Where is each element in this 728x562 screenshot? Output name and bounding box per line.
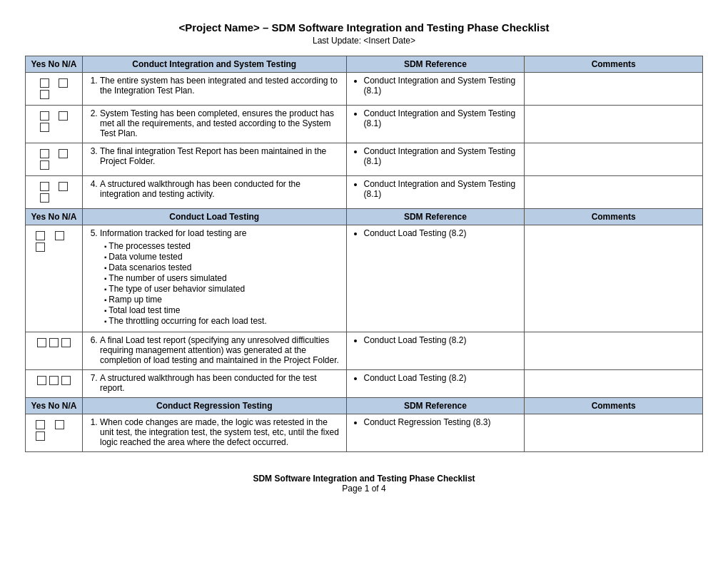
sdm-text: Conduct Integration and System Testing (… xyxy=(364,146,520,166)
comments-cell xyxy=(525,370,703,398)
checkbox-group xyxy=(30,373,78,388)
sdm-text: Conduct Integration and System Testing (… xyxy=(364,108,520,128)
section3-header-yesno: Yes No N/A xyxy=(26,398,83,414)
checkbox-yes[interactable] xyxy=(40,149,49,158)
task-cell: The final integration Test Report has be… xyxy=(82,143,346,176)
task-text: A structured walkthrough has been conduc… xyxy=(100,373,342,393)
footer: SDM Software Integration and Testing Pha… xyxy=(253,474,475,494)
comments-cell xyxy=(525,332,703,370)
sdm-cell: Conduct Load Testing (8.2) xyxy=(346,332,525,370)
footer-title: SDM Software Integration and Testing Pha… xyxy=(253,474,475,484)
task-cell: System Testing has been completed, ensur… xyxy=(82,106,346,143)
checkbox-no[interactable] xyxy=(59,149,68,158)
task-intro: Information tracked for load testing are… xyxy=(100,228,342,326)
task-text: The final integration Test Report has be… xyxy=(100,146,342,166)
section3-header-task: Conduct Regression Testing xyxy=(82,398,346,414)
checkbox-cell xyxy=(26,225,83,332)
sdm-cell: Conduct Load Testing (8.2) xyxy=(346,225,525,332)
list-item: Data scenarios tested xyxy=(104,262,342,272)
header-yesno: Yes No N/A xyxy=(26,56,83,73)
task-cell: A final Load test report (specifying any… xyxy=(82,332,346,370)
checklist-table: Yes No N/A Conduct Integration and Syste… xyxy=(25,56,703,452)
checkbox-placeholder xyxy=(59,90,68,99)
checkbox-cell xyxy=(26,332,83,370)
task-cell: Information tracked for load testing are… xyxy=(82,225,346,332)
checkbox-no[interactable] xyxy=(59,111,68,121)
checkbox-placeholder xyxy=(59,193,68,203)
task-text: System Testing has been completed, ensur… xyxy=(100,108,342,138)
checkbox-group xyxy=(36,146,71,173)
checkbox-no[interactable] xyxy=(55,420,64,429)
page-title: <Project Name> – SDM Software Integratio… xyxy=(178,21,549,34)
checkbox-yes[interactable] xyxy=(37,338,46,347)
table-row: The final integration Test Report has be… xyxy=(26,143,703,176)
checkbox-no[interactable] xyxy=(55,231,64,240)
section3-header-row: Yes No N/A Conduct Regression Testing SD… xyxy=(26,398,703,414)
comments-cell xyxy=(525,176,703,209)
task-text: When code changes are made, the logic wa… xyxy=(100,417,342,447)
checkbox-na[interactable] xyxy=(40,123,49,132)
checkbox-na[interactable] xyxy=(40,160,49,170)
comments-cell xyxy=(525,73,703,106)
checkbox-group xyxy=(36,179,71,205)
checkbox-na[interactable] xyxy=(36,242,45,252)
checkbox-group xyxy=(36,108,71,135)
section2-header-task: Conduct Load Testing xyxy=(82,209,346,225)
checkbox-yes[interactable] xyxy=(36,420,45,429)
sdm-cell: Conduct Integration and System Testing (… xyxy=(346,106,525,143)
table-row: The entire system has been integrated an… xyxy=(26,73,703,106)
list-item: Total load test time xyxy=(104,305,342,315)
table-row: A structured walkthrough has been conduc… xyxy=(26,176,703,209)
task-cell: A structured walkthrough has been conduc… xyxy=(82,370,346,398)
task-text: A final Load test report (specifying any… xyxy=(100,335,342,365)
checkbox-yes[interactable] xyxy=(40,182,49,191)
task-cell: A structured walkthrough has been conduc… xyxy=(82,176,346,209)
checkbox-no[interactable] xyxy=(49,376,59,385)
sdm-text: Conduct Load Testing (8.2) xyxy=(364,373,520,383)
comments-cell xyxy=(525,225,703,332)
section2-header-comments: Comments xyxy=(525,209,703,225)
section3-header-sdm: SDM Reference xyxy=(346,398,525,414)
sdm-text: Conduct Load Testing (8.2) xyxy=(364,335,520,345)
sdm-cell: Conduct Integration and System Testing (… xyxy=(346,73,525,106)
comments-cell xyxy=(525,414,703,452)
sdm-text: Conduct Load Testing (8.2) xyxy=(364,228,520,238)
checkbox-group xyxy=(30,335,78,350)
list-item: The number of users simulated xyxy=(104,273,342,283)
table-row: System Testing has been completed, ensur… xyxy=(26,106,703,143)
checkbox-cell xyxy=(26,73,83,106)
sdm-text: Conduct Integration and System Testing (… xyxy=(364,179,520,199)
checkbox-cell xyxy=(26,370,83,398)
list-item: The throttling occurring for each load t… xyxy=(104,316,342,326)
table-row: A structured walkthrough has been conduc… xyxy=(26,370,703,398)
checkbox-yes[interactable] xyxy=(36,231,45,240)
checkbox-cell xyxy=(26,176,83,209)
list-item: The type of user behavior simulated xyxy=(104,284,342,294)
checkbox-placeholder xyxy=(59,123,68,132)
page-subtitle: Last Update: <Insert Date> xyxy=(313,36,415,46)
checkbox-no[interactable] xyxy=(49,338,59,347)
section2-header-sdm: SDM Reference xyxy=(346,209,525,225)
checkbox-yes[interactable] xyxy=(40,78,49,88)
checkbox-na[interactable] xyxy=(40,90,49,99)
checkbox-na[interactable] xyxy=(40,193,49,203)
checkbox-na[interactable] xyxy=(61,338,71,347)
checkbox-no[interactable] xyxy=(59,182,68,191)
checkbox-placeholder xyxy=(55,431,64,441)
list-item: Ramp up time xyxy=(104,295,342,305)
checkbox-cell xyxy=(26,106,83,143)
checkbox-na[interactable] xyxy=(36,431,45,441)
sdm-text: Conduct Integration and System Testing (… xyxy=(364,76,520,96)
checkbox-yes[interactable] xyxy=(40,111,49,121)
bullet-list: The processes tested Data volume tested … xyxy=(100,241,342,326)
checkbox-no[interactable] xyxy=(59,78,68,88)
checkbox-na[interactable] xyxy=(61,376,71,385)
checkbox-yes[interactable] xyxy=(37,376,46,385)
task-text: A structured walkthrough has been conduc… xyxy=(100,179,342,199)
task-cell: The entire system has been integrated an… xyxy=(82,73,346,106)
checkbox-cell xyxy=(26,414,83,452)
header-task1: Conduct Integration and System Testing xyxy=(82,56,346,73)
checkbox-cell xyxy=(26,143,83,176)
sdm-cell: Conduct Integration and System Testing (… xyxy=(346,176,525,209)
table-row: Information tracked for load testing are… xyxy=(26,225,703,332)
